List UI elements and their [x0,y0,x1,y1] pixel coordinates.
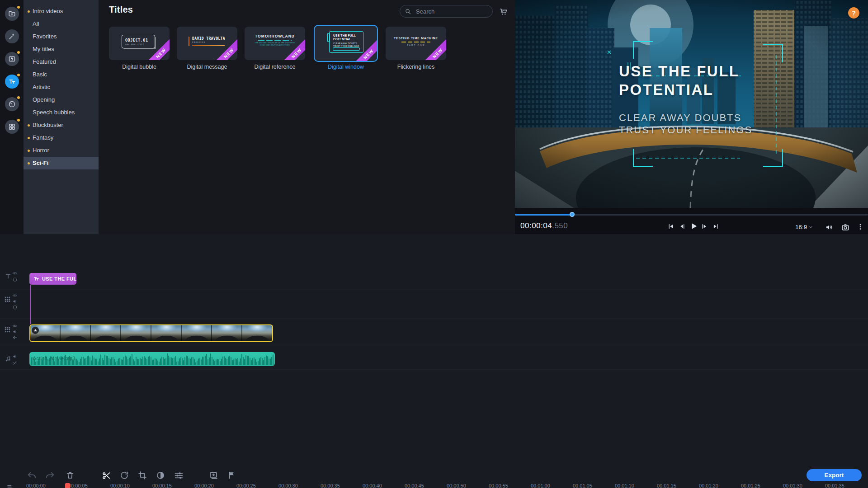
title-track-sync-icon[interactable] [12,276,18,284]
preview-text: IS NO ONE HELPS EACH OTHER [260,44,290,46]
sidebar-item-favorites[interactable]: Favorites [24,30,99,43]
timecode-milliseconds: .550 [552,221,568,230]
overlay-close-icon[interactable] [606,49,612,57]
card-label-digital-reference[interactable]: Digital reference [245,64,305,70]
tt-icon [8,78,16,85]
folder-plus-icon [8,10,16,18]
category-new-dot [28,124,30,127]
previous-frame-button[interactable] [679,223,685,231]
sidebar-item-sci-fi[interactable]: Sci-Fi [24,157,99,169]
overlay-track-icon [4,296,11,305]
video-editor-window: Intro videosAllFavoritesMy titlesFeature… [0,0,868,488]
delete-button[interactable] [66,471,75,482]
color-adjustments-button[interactable] [156,471,165,482]
ruler-label: 00:00:20 [194,483,214,488]
title-clip[interactable]: USE THE FUL [29,273,76,285]
sidebar-item-label: All [33,20,39,27]
tool-rail [0,0,24,234]
search-input[interactable] [415,8,496,15]
sidebar-item-opening[interactable]: Opening [24,94,99,106]
ruler-label: 00:01:30 [783,483,802,488]
title-card-digital-window[interactable]: USE THE FULL POTENTIAL CLEAR AWAY DOUBTS… [314,25,378,62]
sidebar-item-basic[interactable]: Basic [24,68,99,81]
ruler-label: 00:01:35 [825,483,844,488]
overlay-track-sync-icon[interactable] [12,304,18,312]
video-clip[interactable] [29,324,273,342]
sidebar-item-my-titles[interactable]: My titles [24,43,99,56]
card-label-digital-message[interactable]: Digital message [177,64,237,70]
store-cart-icon[interactable] [499,7,508,18]
clip-properties-button[interactable] [174,471,184,482]
aspect-ratio-value: 16:9 [795,224,807,230]
split-scissors-button[interactable] [102,471,111,482]
ruler-label: 00:00:50 [447,483,466,488]
rail-filters-button[interactable] [5,29,19,43]
sidebar-item-artistic[interactable]: Artistic [24,81,99,94]
preview-menu-kebab-button[interactable] [857,223,864,232]
card-label-digital-bubble[interactable]: Digital bubble [109,64,170,70]
sidebar-item-all[interactable]: All [24,18,99,30]
update-dot [17,51,20,54]
seek-bar[interactable] [515,211,868,217]
skip-to-end-button[interactable] [712,223,719,231]
next-frame-button[interactable] [701,223,708,231]
video-viewport[interactable]: USE THE FULL POTENTIAL CLEAR AWAY DOUBTS… [515,0,868,208]
rail-transitions-button[interactable] [5,52,19,66]
ruler-label: 00:00:30 [278,483,298,488]
rail-titles-button[interactable] [5,75,19,89]
rotate-button[interactable] [120,471,129,482]
play-button[interactable] [689,222,698,232]
redo-button[interactable] [45,471,55,482]
preview-player: USE THE FULL POTENTIAL CLEAR AWAY DOUBTS… [515,0,868,234]
audio-clip[interactable]: Action_Movie.mp3 [29,352,275,366]
overlay-pip-button[interactable] [209,471,218,482]
help-button[interactable]: ? [848,7,859,19]
search-box[interactable] [400,5,493,18]
rail-elements-button[interactable] [5,120,19,134]
sidebar-item-horror[interactable]: Horror [24,144,99,157]
ruler-label: 00:00:35 [321,483,340,488]
ruler-label: 00:00:55 [489,483,508,488]
page-title: Titles [109,5,133,15]
title-card-digital-message[interactable]: DAVID TRAVOLTA PRODUCER NEW [177,27,237,60]
snapshot-camera-button[interactable] [841,223,849,233]
sidebar-item-intro-videos[interactable]: Intro videos [24,5,99,18]
undo-button[interactable] [27,471,37,482]
wand-icon [8,33,16,40]
overlay-title-text[interactable]: USE THE FULL POTENTIAL [619,62,740,99]
export-button[interactable]: Export [807,469,862,481]
aspect-ratio-dropdown[interactable]: 16:9 [795,224,813,230]
card-label-flickering-lines[interactable]: Flickering lines [386,64,446,70]
overlay-title-line1: USE THE FULL [619,63,740,80]
crop-button[interactable] [138,471,147,482]
card-label-digital-window[interactable]: Digital window [314,64,378,70]
sidebar-item-featured[interactable]: Featured [24,56,99,68]
video-track-arrow-left-icon[interactable] [12,334,18,342]
overlay-subtitle-text[interactable]: CLEAR AWAY DOUBTS TRUST YOUR FEELINGS [619,112,752,136]
preview-text: 044.ARKL-2557 [125,43,155,46]
timeline-ruler[interactable]: 00:00:0000:00:0500:00:1000:00:1500:00:20… [0,483,868,488]
seek-handle[interactable] [570,212,575,217]
title-card-digital-reference[interactable]: TOMORROWLAND THE BIGGEST PROBLEM IN THE … [245,27,305,60]
title-card-digital-bubble[interactable]: OBJECT.01 044.ARKL-2557 NEW [109,27,170,60]
transition-icon [8,55,16,63]
title-card-flickering-lines[interactable]: TESTING TIME MACHINE PART ONE NEW [386,27,446,60]
timeline: Export 00:00:0000:00:0500:00:1000:00:150… [0,234,868,488]
playhead-handle[interactable] [65,483,70,488]
ruler-label: 00:01:20 [699,483,718,488]
audio-track-normalize-icon[interactable] [12,359,18,367]
ruler-label: 00:01:10 [615,483,634,488]
sidebar-item-blockbuster[interactable]: Blockbuster [24,119,99,131]
preview-text: PART ONE [386,44,446,47]
ruler-label: 00:01:25 [741,483,760,488]
ruler-label: 00:00:05 [68,483,88,488]
marker-flag-button[interactable] [227,471,236,481]
sidebar-item-speech-bubbles[interactable]: Speech bubbles [24,106,99,119]
rail-media-button[interactable] [5,7,19,21]
preview-volume-button[interactable] [825,223,833,233]
sidebar-item-fantasy[interactable]: Fantasy [24,131,99,144]
skip-to-start-button[interactable] [668,223,674,231]
rail-clock-button[interactable] [5,97,19,111]
audio-clip-label: Action_Movie.mp3 [33,356,75,361]
titles-category-sidebar: Intro videosAllFavoritesMy titlesFeature… [24,0,99,234]
